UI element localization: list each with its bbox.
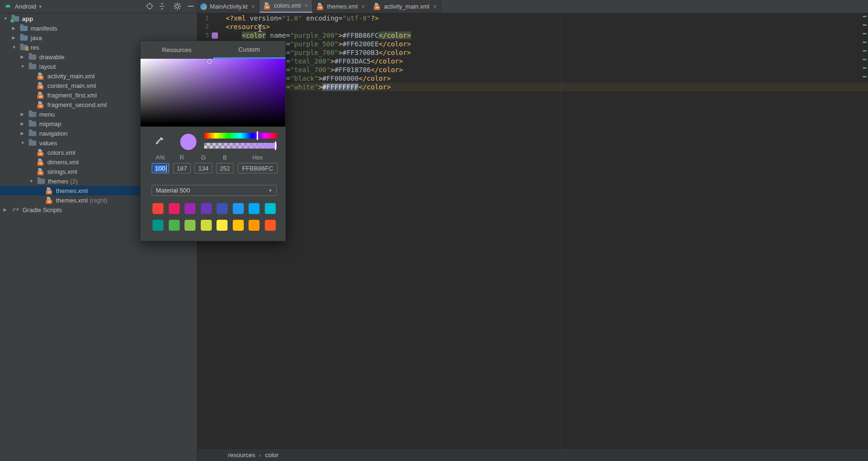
tree-row-label: colors.xml [47, 149, 76, 156]
field-labels: A% R G B Hex [152, 154, 278, 161]
palette-swatch[interactable] [152, 220, 163, 231]
close-icon[interactable]: × [433, 3, 436, 10]
folder-icon [20, 45, 28, 50]
hex-label: Hex [238, 154, 278, 161]
color-bookmark-icon[interactable] [212, 32, 218, 39]
code-line[interactable]: <?xml version="1.0" encoding="utf-8"?> [226, 14, 379, 22]
palette-swatch[interactable] [169, 220, 180, 231]
editor-tab-colors-xml[interactable]: <>colors.xml× [260, 0, 313, 13]
alpha-slider[interactable] [204, 143, 277, 149]
tab-resources[interactable]: Resources [141, 41, 213, 59]
close-icon[interactable]: × [361, 3, 365, 10]
color-cursor[interactable] [207, 59, 212, 64]
tree-collapsed-icon[interactable]: ▶ [21, 121, 29, 126]
editor-tab-themes-xml[interactable]: <>themes.xml× [313, 0, 369, 13]
xml-file-icon: <> [37, 149, 44, 156]
swatch-row-2 [152, 220, 276, 231]
android-logo-icon [4, 2, 12, 11]
alpha-slider-thumb[interactable] [275, 141, 276, 150]
error-stripe-mark[interactable] [863, 76, 867, 77]
saturation-brightness-field[interactable] [141, 59, 285, 127]
error-stripe-mark[interactable] [863, 16, 867, 17]
tree-row-label: strings.xml [47, 168, 77, 175]
folder-icon [29, 131, 36, 136]
red-field[interactable]: 187 [173, 163, 191, 173]
palette-swatch[interactable] [249, 220, 260, 231]
chevron-down-icon: ▼ [268, 188, 272, 193]
tree-collapsed-icon[interactable]: ▶ [12, 26, 20, 31]
error-stripe-mark[interactable] [863, 50, 867, 52]
palette-swatch[interactable] [184, 220, 195, 231]
tree-row-suffix: (night) [89, 197, 107, 204]
editor-tab-activity_main-xml[interactable]: <>activity_main.xml× [369, 0, 441, 13]
blue-field[interactable]: 252 [216, 163, 234, 173]
code-line[interactable]: <resources> [226, 22, 270, 31]
project-view-selector[interactable]: Android ▾ [4, 0, 42, 13]
editor-tab-MainActivity-kt[interactable]: MainActivity.kt× [196, 0, 260, 13]
green-field[interactable]: 134 [195, 163, 212, 173]
tree-row-label: themes.xml [56, 197, 87, 204]
palette-swatch[interactable] [265, 220, 276, 231]
palette-select-value: Material 500 [156, 187, 190, 194]
tree-collapsed-icon[interactable]: ▶ [21, 112, 29, 117]
palette-select[interactable]: Material 500 ▼ [152, 185, 277, 196]
breadcrumb-resources[interactable]: resources [228, 451, 255, 459]
palette-swatch[interactable] [249, 203, 260, 214]
palette-swatch[interactable] [217, 220, 228, 231]
xml-file-icon: <> [46, 197, 53, 204]
close-icon[interactable]: × [251, 3, 255, 10]
error-stripe-mark[interactable] [863, 24, 867, 26]
alpha-field[interactable]: 100 [152, 163, 169, 173]
palette-swatch[interactable] [169, 203, 180, 214]
close-icon[interactable]: × [304, 2, 308, 9]
palette-swatch[interactable] [201, 220, 212, 231]
kotlin-file-icon [200, 3, 207, 10]
palette-swatch[interactable] [184, 203, 195, 214]
gear-icon[interactable] [173, 2, 182, 11]
error-stripe-mark[interactable] [863, 59, 867, 60]
tree-expanded-icon[interactable]: ▼ [21, 140, 29, 145]
error-stripe-mark[interactable] [863, 33, 867, 34]
swatch-row-1 [152, 203, 276, 214]
code-line[interactable]: <color name="purple_200">#FFBB86FC</colo… [226, 31, 411, 40]
palette-swatch[interactable] [233, 203, 244, 214]
tab-label: themes.xml [327, 3, 358, 10]
hex-field[interactable]: FFBB86FC [238, 163, 278, 173]
hide-panel-icon[interactable] [186, 2, 195, 11]
tree-row-label: mipmap [39, 120, 61, 128]
palette-swatch[interactable] [217, 203, 228, 214]
editor-tabs: MainActivity.kt×<>colors.xml×<>themes.xm… [196, 0, 441, 13]
error-stripe-mark[interactable] [863, 67, 867, 69]
tab-custom[interactable]: Custom [213, 41, 286, 59]
tree-expanded-icon[interactable]: ▼ [21, 64, 29, 69]
breadcrumb-color[interactable]: color [265, 451, 278, 459]
tree-expanded-icon[interactable]: ▼ [29, 179, 37, 183]
palette-swatch[interactable] [265, 203, 276, 214]
tree-row-label: content_main.xml [47, 82, 96, 89]
tree-row-suffix: (2) [70, 178, 78, 185]
breadcrumb-separator-icon: › [259, 451, 261, 459]
tree-row-label: layout [39, 63, 56, 70]
tree-row-app[interactable]: ▼app [0, 14, 197, 23]
palette-swatch[interactable] [152, 203, 163, 214]
line-number: 1 [197, 14, 209, 22]
code-editor[interactable]: 123456789 <?xml version="1.0" encoding="… [197, 13, 868, 449]
error-stripe-mark[interactable] [863, 42, 867, 43]
tree-collapsed-icon[interactable]: ▶ [3, 207, 11, 212]
text-cursor-pointer [257, 24, 263, 34]
xml-file-icon: <> [317, 3, 324, 10]
tree-collapsed-icon[interactable]: ▶ [12, 35, 20, 40]
hue-slider-thumb[interactable] [257, 131, 258, 140]
xml-file-icon: <> [37, 92, 44, 99]
target-icon[interactable] [145, 2, 154, 11]
tree-collapsed-icon[interactable]: ▶ [21, 54, 29, 59]
palette-swatch[interactable] [201, 203, 212, 214]
tree-row-manifests[interactable]: ▶manifests [0, 23, 197, 33]
collapse-icon[interactable] [158, 2, 166, 11]
tree-expanded-icon[interactable]: ▼ [12, 45, 20, 50]
eyedropper-button[interactable] [154, 136, 165, 148]
palette-swatch[interactable] [233, 220, 244, 231]
hue-slider[interactable] [204, 133, 277, 139]
xml-file-icon: <> [37, 168, 44, 175]
tree-collapsed-icon[interactable]: ▶ [21, 131, 29, 136]
